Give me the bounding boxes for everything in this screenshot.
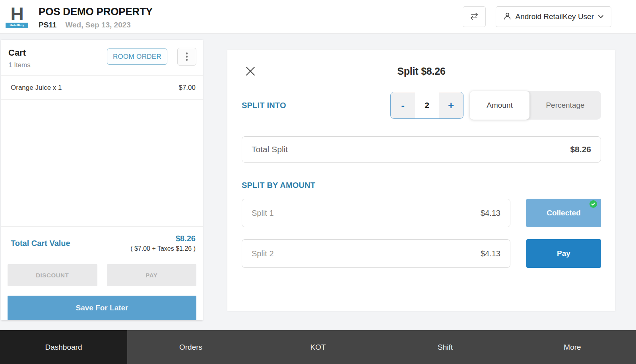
kebab-menu-icon — [186, 52, 188, 61]
total-cart-value-label: Total Cart Value — [11, 239, 70, 248]
split-into-row: SPLIT INTO - 2 + Amount Percentage — [242, 91, 601, 120]
switch-terminal-button[interactable] — [463, 6, 486, 27]
nav-tab-kot[interactable]: KOT — [254, 330, 382, 364]
split-2-input[interactable]: Split 2 $4.13 — [242, 239, 510, 268]
split-1-amount: $4.13 — [481, 209, 500, 218]
split-count-value: 2 — [415, 92, 439, 118]
header-date: Wed, Sep 13, 2023 — [65, 21, 130, 29]
split-into-label: SPLIT INTO — [242, 101, 390, 110]
split-row-2: Split 2 $4.13 Pay — [242, 239, 601, 268]
cart-items-count: 1 Items — [8, 61, 31, 69]
total-split-label: Total Split — [252, 145, 288, 154]
user-menu-label: Android RetailKey User — [516, 12, 594, 21]
save-for-later-button[interactable]: Save For Later — [8, 296, 196, 320]
app-header: H HotelKey POS DEMO PROPERTY PS11 Wed, S… — [0, 0, 636, 34]
cart-actions: DISCOUNT PAY — [1, 260, 203, 286]
pay-button-label: Pay — [557, 249, 570, 258]
user-icon — [503, 12, 512, 21]
close-icon — [244, 73, 257, 79]
increment-button[interactable]: + — [439, 92, 463, 118]
cart-menu-button[interactable] — [177, 48, 196, 66]
decrement-button[interactable]: - — [391, 92, 415, 118]
total-cart-value-block: $8.26 ( $7.00 + Taxes $1.26 ) — [130, 234, 196, 252]
split-1-input[interactable]: Split 1 $4.13 — [242, 199, 510, 227]
chevron-down-icon — [598, 14, 604, 20]
total-split-row: Total Split $8.26 — [242, 136, 601, 163]
cart-totals: Total Cart Value $8.26 ( $7.00 + Taxes $… — [1, 226, 203, 260]
close-button[interactable] — [243, 64, 258, 79]
nav-tab-more[interactable]: More — [509, 330, 636, 364]
split-dialog: Split $8.26 SPLIT INTO - 2 + Amount Perc… — [227, 50, 615, 311]
main-content: Cart 1 Items ROOM ORDER Orange Juice x 1… — [0, 34, 636, 330]
cart-item-name: Orange Juice x 1 — [11, 84, 62, 92]
toggle-percentage[interactable]: Percentage — [529, 101, 601, 110]
collected-button-label: Collected — [547, 209, 581, 217]
total-cart-value: $8.26 — [130, 234, 196, 243]
logo-letter: H — [6, 5, 28, 23]
cart-pay-button[interactable]: PAY — [107, 264, 197, 286]
logo-brand-label: HotelKey — [6, 23, 28, 28]
cart-item-price: $7.00 — [178, 84, 196, 92]
nav-tab-orders[interactable]: Orders — [127, 330, 254, 364]
user-menu-button[interactable]: Android RetailKey User — [496, 6, 611, 27]
hotelkey-logo: H HotelKey — [6, 5, 28, 28]
split-1-label: Split 1 — [252, 209, 274, 218]
header-actions: Android RetailKey User — [463, 6, 611, 27]
header-title-block: POS DEMO PROPERTY PS11 Wed, Sep 13, 2023 — [39, 4, 463, 29]
cart-header: Cart 1 Items ROOM ORDER — [1, 40, 203, 76]
cart-item-row[interactable]: Orange Juice x 1 $7.00 — [1, 76, 203, 100]
swap-arrows-icon — [469, 12, 479, 22]
split-mode-toggle: Amount Percentage — [470, 91, 601, 120]
cart-title: Cart — [8, 48, 31, 58]
nav-tab-dashboard[interactable]: Dashboard — [0, 330, 127, 364]
split-2-pay-button[interactable]: Pay — [526, 239, 601, 268]
cart-title-block: Cart 1 Items — [8, 48, 31, 69]
nav-tab-shift[interactable]: Shift — [382, 330, 509, 364]
terminal-id: PS11 — [39, 21, 56, 29]
cart-panel: Cart 1 Items ROOM ORDER Orange Juice x 1… — [1, 40, 203, 320]
total-split-value: $8.26 — [570, 145, 591, 154]
split-1-collected-button[interactable]: Collected — [526, 199, 601, 227]
bottom-nav: Dashboard Orders KOT Shift More — [0, 330, 636, 364]
split-count-stepper: - 2 + — [390, 92, 463, 119]
collected-check-badge — [589, 200, 597, 208]
split-dialog-header: Split $8.26 — [242, 63, 601, 81]
header-subtitle: PS11 Wed, Sep 13, 2023 — [39, 21, 463, 29]
split-2-amount: $4.13 — [481, 249, 500, 258]
total-cart-breakdown: ( $7.00 + Taxes $1.26 ) — [130, 245, 196, 252]
property-title: POS DEMO PROPERTY — [39, 6, 463, 18]
split-row-1: Split 1 $4.13 Collected — [242, 199, 601, 227]
toggle-amount[interactable]: Amount — [470, 91, 529, 120]
room-order-button[interactable]: ROOM ORDER — [107, 48, 167, 65]
split-by-amount-label: SPLIT BY AMOUNT — [242, 181, 601, 190]
cart-items-list: Orange Juice x 1 $7.00 — [1, 76, 203, 226]
split-dialog-title: Split $8.26 — [242, 63, 601, 77]
discount-button[interactable]: DISCOUNT — [8, 264, 97, 286]
split-2-label: Split 2 — [252, 249, 274, 258]
